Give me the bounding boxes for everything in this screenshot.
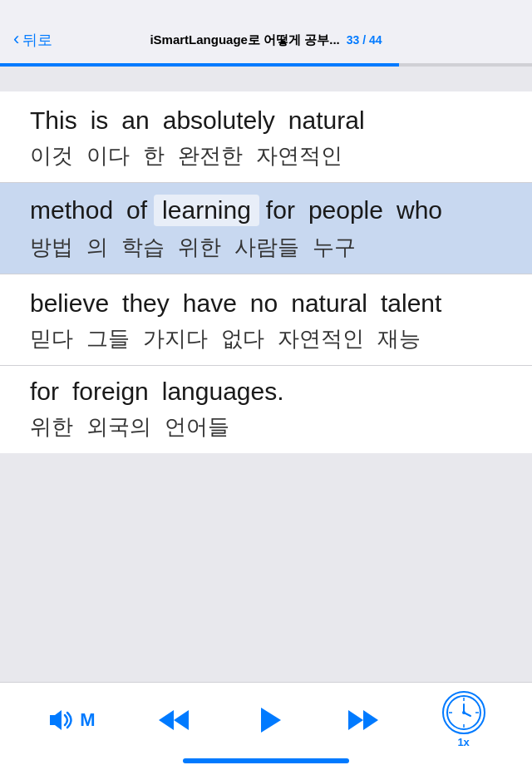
- word-this[interactable]: This: [23, 106, 84, 135]
- korean-row-3: 믿다 그들 가지다 없다 자연적인 재능: [0, 321, 532, 365]
- speed-button[interactable]: 1x: [442, 691, 485, 748]
- spacer-top: [0, 67, 532, 91]
- korean-jayeonjeok-1[interactable]: 자연적인: [249, 141, 349, 170]
- nav-title: iSmartLanguage로 어떻게 공부... 33 / 44: [150, 32, 382, 48]
- sound-button[interactable]: M: [47, 705, 95, 735]
- svg-marker-3: [261, 708, 281, 733]
- word-is[interactable]: is: [84, 106, 116, 135]
- korean-saramdeul[interactable]: 사람들: [228, 233, 306, 262]
- svg-marker-4: [348, 710, 363, 730]
- korean-haksup[interactable]: 학습: [115, 233, 171, 262]
- sentence-group-4: for foreign languages. 위한 외국의 언어들: [0, 366, 532, 453]
- english-row-4: for foreign languages.: [0, 366, 532, 409]
- korean-row-4: 위한 외국의 언어들: [0, 409, 532, 453]
- content-bottom-spacer: [0, 453, 532, 682]
- nav-bar: ‹ 뒤로 iSmartLanguage로 어떻게 공부... 33 / 44: [0, 17, 532, 63]
- svg-point-13: [462, 711, 466, 714]
- word-natural-1[interactable]: natural: [282, 106, 372, 135]
- word-people[interactable]: people: [302, 196, 390, 225]
- rewind-button[interactable]: [155, 705, 192, 735]
- korean-ui[interactable]: 의: [80, 233, 115, 262]
- svg-marker-2: [174, 710, 189, 730]
- word-of[interactable]: of: [120, 196, 154, 225]
- word-believe[interactable]: believe: [23, 289, 116, 318]
- svg-marker-5: [363, 710, 378, 730]
- rewind-icon: [155, 705, 192, 735]
- word-foreign[interactable]: foreign: [66, 378, 155, 406]
- korean-nugu[interactable]: 누구: [306, 233, 362, 262]
- svg-marker-1: [159, 710, 174, 730]
- play-button[interactable]: [253, 704, 284, 736]
- english-row-1: This is an absolutely natural: [0, 91, 532, 138]
- korean-row-2: 방법 의 학습 위한 사람들 누구: [0, 230, 532, 274]
- content-area: This is an absolutely natural 이것 이다 한 완전…: [0, 91, 532, 682]
- back-label: 뒤로: [22, 30, 52, 50]
- nav-counter: 33 / 44: [347, 33, 382, 47]
- korean-ida[interactable]: 이다: [80, 141, 136, 170]
- korean-janeung[interactable]: 재능: [371, 324, 427, 353]
- word-no[interactable]: no: [244, 289, 284, 318]
- nav-title-text: iSmartLanguage로 어떻게 공부...: [150, 32, 339, 48]
- korean-wanjeonhan[interactable]: 완전한: [171, 141, 249, 170]
- speed-clock-icon: [446, 694, 482, 731]
- korean-minda[interactable]: 믿다: [23, 324, 80, 353]
- word-they[interactable]: they: [116, 289, 176, 318]
- back-button[interactable]: ‹ 뒤로: [13, 30, 52, 50]
- korean-oegugui[interactable]: 외국의: [80, 412, 158, 442]
- word-method[interactable]: method: [23, 196, 120, 225]
- english-row-3: believe they have no natural talent: [0, 274, 532, 321]
- korean-wihan-4[interactable]: 위한: [23, 412, 80, 442]
- fast-forward-icon: [345, 705, 382, 735]
- korean-gajida[interactable]: 가지다: [136, 324, 214, 353]
- word-natural-3[interactable]: natural: [284, 289, 374, 318]
- korean-geudeul[interactable]: 그들: [80, 324, 136, 353]
- word-talent[interactable]: talent: [374, 289, 448, 318]
- word-for-2[interactable]: for: [259, 196, 302, 225]
- speed-label: 1x: [457, 736, 469, 748]
- korean-eopda[interactable]: 없다: [214, 324, 271, 353]
- speed-circle: [442, 691, 485, 734]
- word-who[interactable]: who: [390, 196, 449, 225]
- word-for-4[interactable]: for: [23, 378, 66, 406]
- home-indicator-bar: [0, 757, 532, 765]
- korean-igeos[interactable]: 이것: [23, 141, 80, 170]
- word-absolutely[interactable]: absolutely: [156, 106, 282, 135]
- home-indicator: [183, 758, 349, 763]
- korean-han[interactable]: 한: [136, 141, 171, 170]
- korean-row-1: 이것 이다 한 완전한 자연적인: [0, 138, 532, 182]
- svg-marker-0: [50, 710, 62, 730]
- toolbar: M: [0, 682, 532, 757]
- korean-jayeonjeok-3[interactable]: 자연적인: [271, 324, 371, 353]
- fast-forward-button[interactable]: [345, 705, 382, 735]
- sound-m-label: M: [80, 709, 95, 731]
- korean-wihan[interactable]: 위한: [171, 233, 228, 262]
- volume-icon: [47, 705, 76, 735]
- english-row-2: method of learning for people who: [0, 183, 532, 230]
- status-bar: [0, 0, 532, 17]
- word-languages[interactable]: languages.: [155, 378, 291, 406]
- korean-eoneodul[interactable]: 언어들: [158, 412, 236, 442]
- sentence-group-3: believe they have no natural talent 믿다 그…: [0, 274, 532, 365]
- word-an[interactable]: an: [115, 106, 155, 135]
- sentence-group-2: method of learning for people who 방법 의 학…: [0, 183, 532, 274]
- back-chevron-icon: ‹: [13, 30, 19, 48]
- play-icon: [253, 704, 284, 736]
- word-learning[interactable]: learning: [154, 195, 259, 226]
- word-have[interactable]: have: [176, 289, 244, 318]
- korean-bangbeop[interactable]: 방법: [23, 233, 80, 262]
- sentence-group-1: This is an absolutely natural 이것 이다 한 완전…: [0, 91, 532, 182]
